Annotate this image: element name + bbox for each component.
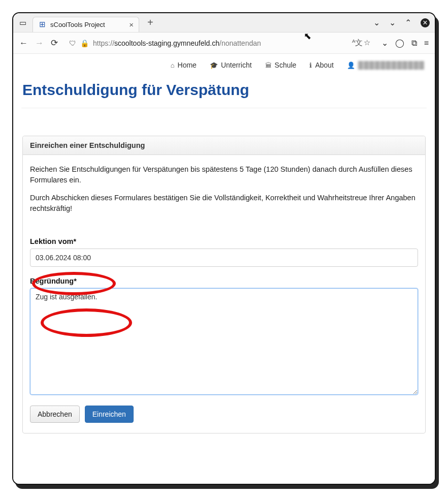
user-icon: 👤 <box>347 61 355 69</box>
submit-button[interactable]: Einreichen <box>85 406 134 423</box>
bookmark-star-icon[interactable]: ☆ <box>364 38 370 48</box>
chevron-down-icon-2[interactable]: ⌄ <box>389 18 396 27</box>
nav-home[interactable]: ⌂ Home <box>171 61 197 69</box>
url-prefix: https:// <box>93 39 114 47</box>
browser-tabbar: ▭ ⊞ sCoolTools Project × + ⌄ ⌄ ⌃ × <box>13 13 435 33</box>
excuse-panel: Einreichen einer Entschuldigung Reichen … <box>22 136 426 433</box>
nav-user[interactable]: 👤 ████████████ <box>347 61 425 69</box>
url-path: /nonattendan <box>219 39 261 47</box>
lektion-input[interactable] <box>30 248 418 267</box>
url-host: scooltools-staging.gymneufeld.ch <box>114 39 219 47</box>
pocket-icon[interactable]: ⌄ <box>381 38 388 48</box>
extensions-icon[interactable]: ⧉ <box>411 39 417 48</box>
account-icon[interactable]: ◯ <box>395 38 404 48</box>
nav-about-label: About <box>315 61 334 69</box>
translate-icon[interactable]: ᴬ文 <box>352 38 363 48</box>
divider <box>21 108 427 108</box>
browser-navbar: ← → ⟳ 🛡 🔒 https://scooltools-staging.gym… <box>13 33 435 54</box>
panel-info-2: Durch Abschicken dieses Formulares bestä… <box>30 193 418 214</box>
nav-schule[interactable]: 🏛 Schule <box>265 61 297 69</box>
panel-info-1: Reichen Sie Entschuldigungen für Verspät… <box>30 164 418 185</box>
home-icon: ⌂ <box>171 61 175 69</box>
reload-button[interactable]: ⟳ <box>51 38 58 48</box>
begruendung-label: Begründung* <box>30 277 418 285</box>
nav-unterricht-label: Unterricht <box>221 61 252 69</box>
school-icon: 🏛 <box>265 61 272 69</box>
menu-icon[interactable]: ≡ <box>424 39 429 48</box>
window-close-icon[interactable]: × <box>421 18 430 27</box>
grid-icon: ⊞ <box>38 20 46 28</box>
shield-icon: 🛡 <box>69 39 76 47</box>
begruendung-textarea[interactable] <box>30 288 418 395</box>
nav-user-label: ████████████ <box>358 61 425 69</box>
forward-button: → <box>35 38 44 48</box>
lektion-label: Lektion vom* <box>30 237 418 245</box>
tab-title: sCoolTools Project <box>50 21 105 28</box>
lock-icon: 🔒 <box>80 39 89 47</box>
panel-header: Einreichen einer Entschuldigung <box>23 136 425 155</box>
new-tab-button[interactable]: + <box>144 17 156 28</box>
nav-unterricht[interactable]: 🎓 Unterricht <box>210 61 252 69</box>
info-icon: ℹ <box>309 61 312 69</box>
page-title: Entschuldigung für Verspätung <box>22 81 426 99</box>
browser-tab[interactable]: ⊞ sCoolTools Project × <box>33 17 139 32</box>
site-topnav: ⌂ Home 🎓 Unterricht 🏛 Schule ℹ About 👤 █… <box>21 54 427 74</box>
nav-schule-label: Schule <box>275 61 297 69</box>
graduation-cap-icon: 🎓 <box>210 61 218 69</box>
url-bar[interactable]: 🛡 🔒 https://scooltools-staging.gymneufel… <box>65 36 374 51</box>
sidebar-toggle-icon[interactable]: ▭ <box>18 19 27 27</box>
nav-home-label: Home <box>178 61 197 69</box>
back-button[interactable]: ← <box>19 38 28 48</box>
mouse-cursor-icon: ⬉ <box>304 30 311 42</box>
cancel-button[interactable]: Abbrechen <box>30 406 80 423</box>
tab-close-icon[interactable]: × <box>129 20 134 29</box>
chevron-up-icon[interactable]: ⌃ <box>405 18 411 27</box>
chevron-down-icon[interactable]: ⌄ <box>373 18 380 27</box>
nav-about[interactable]: ℹ About <box>309 61 334 69</box>
